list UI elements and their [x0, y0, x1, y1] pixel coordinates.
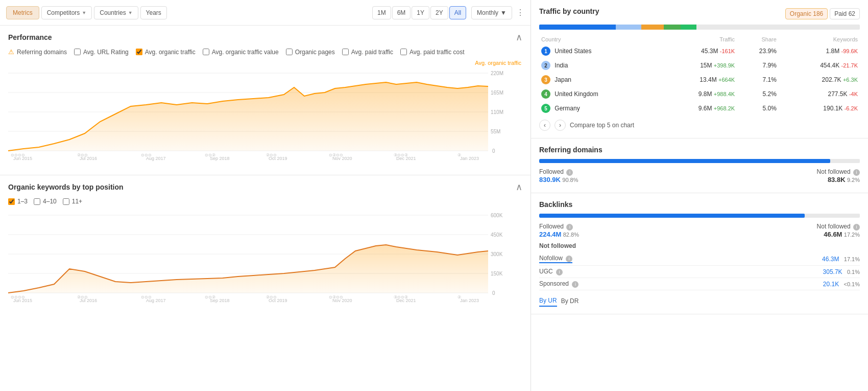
filter-4-10-checkbox[interactable]	[34, 198, 40, 205]
monthly-dropdown[interactable]: Monthly ▼	[471, 6, 512, 19]
backlinks-not-followed-value: 46.6M	[824, 231, 842, 238]
filter-1-3: 1–3	[8, 198, 28, 205]
not-followed-section-title: Not followed	[539, 242, 860, 249]
chevron-down-icon: ▼	[82, 10, 86, 15]
svg-text:②⊙⊙: ②⊙⊙	[77, 153, 88, 157]
compare-label: Compare top 5 on chart	[570, 122, 634, 129]
warning-icon: ⚠	[8, 48, 14, 56]
competitors-button[interactable]: Competitors ▼	[41, 6, 92, 19]
info-icon: i	[572, 281, 578, 288]
followed-label: Followed i	[539, 168, 573, 175]
country-rank: 3	[541, 75, 550, 84]
metric-avg-organic-traffic-checkbox[interactable]	[136, 49, 142, 55]
metric-avg-paid-traffic-cost-checkbox[interactable]	[400, 49, 407, 55]
info-icon2: i	[853, 169, 860, 176]
bar-rest	[696, 25, 860, 30]
filter-1-3-checkbox[interactable]	[8, 198, 15, 205]
svg-text:⊙⊙⊙: ⊙⊙⊙	[141, 295, 152, 300]
svg-text:110M: 110M	[491, 109, 503, 115]
metrics-row: ⚠ Referring domains Avg. URL Rating Avg.…	[8, 48, 522, 56]
metric-avg-paid-traffic: Avg. paid traffic	[342, 49, 393, 56]
svg-text:150K: 150K	[491, 271, 503, 277]
country-share: 7.9%	[737, 58, 779, 73]
performance-collapse[interactable]: ∧	[516, 32, 522, 43]
country-keywords: 190.1K	[823, 105, 842, 112]
metrics-button[interactable]: Metrics	[6, 6, 39, 19]
not-followed-value: 83.8K	[828, 176, 846, 183]
svg-text:0: 0	[492, 148, 495, 154]
svg-text:450K: 450K	[491, 232, 503, 238]
nf-value: 20.1K	[823, 281, 839, 288]
svg-text:③⊙⊙②: ③⊙⊙②	[394, 153, 408, 157]
svg-text:220M: 220M	[491, 71, 503, 76]
performance-chart: 220M 165M 110M 55M 0 Jun 2015 Jul 2016 A…	[8, 68, 511, 168]
backlink-nf-row: UGC i 305.7K 0.1%	[539, 266, 860, 278]
svg-text:⊙⊙⊙⊙: ⊙⊙⊙⊙	[11, 153, 25, 157]
time-2y[interactable]: 2Y	[430, 6, 448, 19]
svg-text:②: ②	[457, 153, 461, 157]
organic-keywords-chart: 600K 450K 300K 150K 0 Jun 2015 Jul 2016 …	[8, 210, 511, 317]
filter-11-plus-checkbox[interactable]	[63, 198, 69, 205]
countries-button[interactable]: Countries ▼	[94, 6, 138, 19]
svg-text:300K: 300K	[491, 251, 503, 257]
bar-jp	[641, 25, 664, 30]
performance-section: Performance ∧ ⚠ Referring domains Avg. U…	[0, 26, 531, 175]
country-rank: 2	[541, 61, 550, 70]
traffic-by-country-section: Traffic by country Organic 186 Paid 62	[531, 0, 868, 139]
svg-text:②: ②	[457, 295, 461, 300]
time-all[interactable]: All	[449, 6, 466, 19]
svg-text:0: 0	[492, 290, 495, 296]
performance-title: Performance	[8, 33, 52, 41]
keywords-change: -6.2K	[845, 105, 858, 111]
metric-avg-organic-traffic-value: Avg. organic traffic value	[203, 49, 279, 56]
time-1y[interactable]: 1Y	[412, 6, 429, 19]
table-row: 3 Japan 13.4M +664K 7.1% 202.7K +6.3K	[539, 73, 860, 87]
info-icon: i	[556, 269, 563, 275]
time-6m[interactable]: 6M	[392, 6, 411, 19]
years-button[interactable]: Years	[140, 6, 167, 19]
country-name: United States	[554, 48, 591, 55]
country-traffic: 15M	[700, 62, 712, 69]
more-options-button[interactable]: ⋮	[516, 8, 524, 17]
nf-value: 305.7K	[823, 268, 842, 275]
by-btn-row: By UR By DR	[539, 290, 860, 307]
svg-text:⊙⊙②: ⊙⊙②	[205, 295, 215, 300]
svg-text:⊙⊙②: ⊙⊙②	[205, 153, 215, 157]
country-share: 5.0%	[737, 101, 779, 116]
next-button[interactable]: ›	[554, 120, 566, 131]
bar-uk	[664, 25, 681, 30]
top-bar: Metrics Competitors ▼ Countries ▼ Years …	[0, 0, 531, 26]
traffic-change: +398.9K	[714, 62, 735, 68]
traffic-change: -161K	[720, 48, 735, 54]
time-1m[interactable]: 1M	[372, 6, 391, 19]
metric-avg-paid-traffic-checkbox[interactable]	[342, 49, 349, 55]
table-row: 4 United Kingdom 9.8M +988.4K 5.2% 277.5…	[539, 87, 860, 101]
backlink-nf-row: Nofollow i 46.3M 17.1%	[539, 252, 860, 266]
by-ur-button[interactable]: By UR	[539, 295, 557, 307]
filter-4-10: 4–10	[34, 198, 57, 205]
info-icon3: i	[566, 224, 573, 231]
table-row: 2 India 15M +398.9K 7.9% 454.4K -21.7K	[539, 58, 860, 73]
backlinks-bar	[539, 214, 860, 218]
chevron-down-icon: ▼	[128, 10, 133, 15]
svg-text:②⊙⊙: ②⊙⊙	[77, 295, 88, 300]
svg-text:⊙⊙⊙⊙: ⊙⊙⊙⊙	[11, 295, 25, 300]
prev-button[interactable]: ‹	[539, 120, 550, 131]
by-dr-button[interactable]: By DR	[561, 295, 579, 307]
metric-avg-organic-traffic-value-checkbox[interactable]	[203, 49, 209, 55]
metric-avg-url-rating-checkbox[interactable]	[74, 49, 81, 55]
paid-badge: Paid 62	[830, 8, 860, 19]
metric-organic-pages-checkbox[interactable]	[286, 49, 293, 55]
country-traffic: 9.8M	[698, 90, 712, 98]
organic-badge: Organic 186	[785, 8, 828, 19]
svg-text:Jan 2023: Jan 2023	[460, 298, 479, 303]
organic-keywords-collapse[interactable]: ∧	[516, 181, 522, 193]
backlinks-followed-value: 224.4M	[539, 231, 561, 238]
right-panel: Traffic by country Organic 186 Paid 62	[531, 0, 868, 391]
referring-domains-bar-inner	[539, 159, 830, 163]
table-row: 1 United States 45.3M -161K 23.9% 1.8M -…	[539, 44, 860, 58]
nf-pct: 0.1%	[847, 269, 860, 275]
bar-in	[616, 25, 641, 30]
organic-keywords-section: Organic keywords by top position ∧ 1–3 4…	[0, 175, 531, 391]
backlinks-bar-inner	[539, 214, 805, 218]
